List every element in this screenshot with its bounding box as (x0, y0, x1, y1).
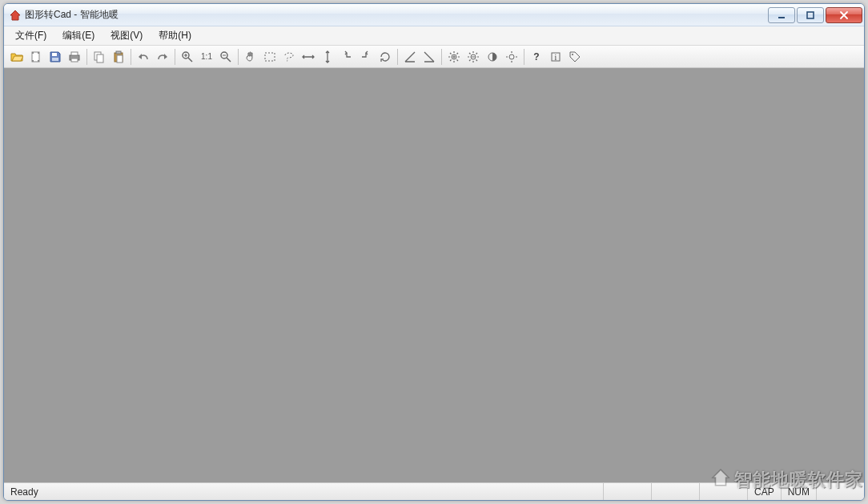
redo-button[interactable] (154, 48, 171, 66)
new-button[interactable] (27, 48, 45, 66)
refresh-button[interactable] (376, 48, 394, 66)
separator-icon (86, 49, 87, 65)
svg-rect-15 (265, 53, 275, 61)
minimize-button[interactable] (768, 7, 795, 23)
status-panel-empty2 (651, 483, 699, 500)
tag-button[interactable] (566, 48, 584, 66)
brightness-down-button[interactable] (464, 48, 482, 66)
brightness-up-button[interactable] (445, 48, 463, 66)
undo-button[interactable] (135, 48, 152, 66)
svg-rect-9 (97, 54, 103, 62)
save-button[interactable] (46, 48, 64, 66)
svg-rect-7 (71, 58, 78, 62)
contrast-button[interactable] (484, 48, 501, 66)
window-controls (766, 7, 862, 23)
window-title: 图形转Cad - 智能地暖 (25, 8, 766, 22)
svg-rect-6 (71, 52, 78, 55)
angle-left-button[interactable] (401, 48, 419, 66)
separator-icon (238, 49, 239, 65)
status-cap: CAP (747, 483, 781, 500)
titlebar: 图形转Cad - 智能地暖 (4, 4, 864, 26)
rotate-right-button[interactable] (357, 48, 375, 66)
angle-right-button[interactable] (420, 48, 438, 66)
menu-edit[interactable]: 编辑(E) (54, 26, 102, 45)
svg-point-22 (572, 54, 573, 55)
flip-vertical-button[interactable] (319, 48, 336, 66)
svg-rect-11 (116, 51, 121, 54)
rotate-left-button[interactable] (338, 48, 356, 66)
zoom-in-button[interactable] (179, 48, 196, 66)
app-icon (9, 9, 22, 22)
select-rect-button[interactable] (261, 48, 279, 66)
svg-rect-0 (778, 17, 785, 18)
maximize-button[interactable] (797, 7, 824, 23)
pan-button[interactable] (242, 48, 259, 66)
menubar: 文件(F) 编辑(E) 视图(V) 帮助(H) (4, 26, 864, 46)
help-button[interactable]: ? (528, 48, 545, 66)
separator-icon (131, 49, 131, 65)
status-ready: Ready (4, 483, 603, 500)
separator-icon (441, 49, 442, 65)
status-num: NUM (781, 483, 816, 500)
toolbar: 1:1 (4, 46, 864, 68)
separator-icon (175, 49, 175, 65)
reset-brightness-button[interactable] (503, 48, 520, 66)
zoom-out-button[interactable] (217, 48, 235, 66)
menu-help[interactable]: 帮助(H) (151, 26, 199, 45)
info-button[interactable]: i (547, 48, 565, 66)
status-panel-empty4 (816, 483, 864, 500)
svg-rect-3 (52, 53, 57, 56)
select-lasso-button[interactable] (280, 48, 298, 66)
svg-rect-12 (117, 55, 123, 62)
svg-rect-4 (52, 58, 58, 61)
menu-view[interactable]: 视图(V) (102, 26, 151, 45)
flip-horizontal-button[interactable] (299, 48, 317, 66)
svg-point-19 (509, 54, 514, 59)
zoom-actual-button[interactable]: 1:1 (198, 48, 215, 66)
statusbar: Ready CAP NUM (4, 482, 864, 500)
svg-text:i: i (555, 53, 557, 62)
print-button[interactable] (66, 48, 83, 66)
paste-button[interactable] (110, 48, 127, 66)
copy-button[interactable] (90, 48, 108, 66)
workspace[interactable] (4, 68, 864, 482)
menu-file[interactable]: 文件(F) (7, 26, 54, 45)
status-panel-empty1 (603, 483, 651, 500)
close-button[interactable] (826, 7, 862, 23)
app-window: 图形转Cad - 智能地暖 文件(F) 编辑(E) 视图(V) 帮助(H) (3, 3, 865, 501)
separator-icon (397, 49, 398, 65)
open-button[interactable] (8, 48, 26, 66)
separator-icon (524, 49, 524, 65)
svg-rect-1 (807, 12, 814, 18)
status-panel-empty3 (699, 483, 747, 500)
